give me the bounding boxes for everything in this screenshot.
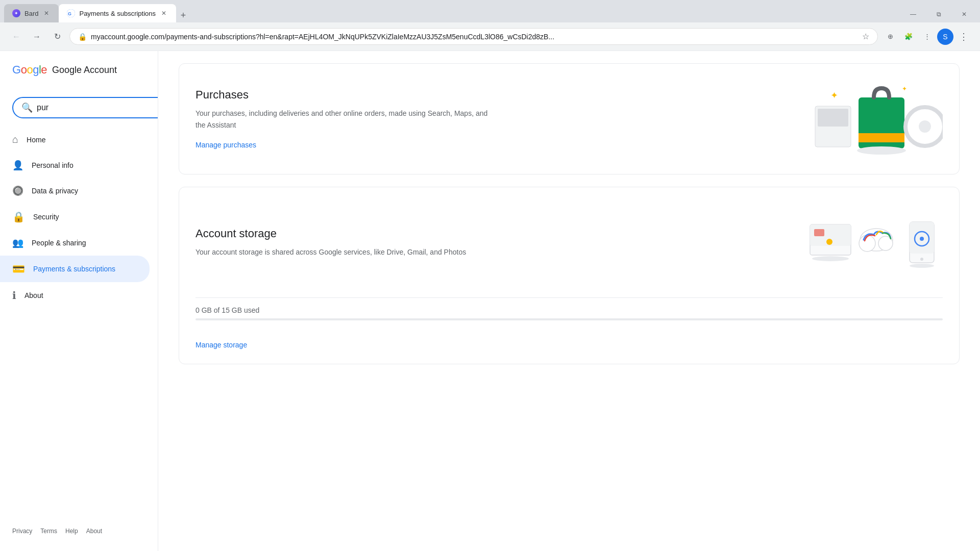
- sidebar-item-personal-info[interactable]: 👤 Personal info: [0, 153, 150, 178]
- manage-storage-link[interactable]: Manage storage: [195, 341, 247, 349]
- svg-rect-6: [818, 109, 848, 127]
- storage-svg: [800, 202, 943, 283]
- new-tab-button[interactable]: +: [176, 8, 190, 22]
- storage-card-inner: Account storage Your account storage is …: [179, 187, 959, 297]
- google-logo: Google: [12, 63, 47, 77]
- sidebar-item-people-sharing[interactable]: 👥 People & sharing: [0, 230, 150, 256]
- sidebar-footer: Privacy Terms Help About: [0, 519, 158, 543]
- svg-point-25: [910, 264, 934, 268]
- manage-purchases-link[interactable]: Manage purchases: [195, 141, 256, 149]
- nav-actions: ⊕ 🧩 ⋮ S ⋮: [882, 29, 972, 45]
- storage-card: Account storage Your account storage is …: [179, 187, 960, 364]
- sidebar-security-label: Security: [33, 213, 59, 221]
- purchases-card-text: Purchases Your purchases, including deli…: [195, 88, 800, 149]
- footer-about-link[interactable]: About: [86, 528, 102, 535]
- footer-help-link[interactable]: Help: [65, 528, 78, 535]
- bookmark-icon: ☆: [862, 32, 869, 41]
- svg-rect-8: [859, 133, 904, 142]
- svg-point-11: [857, 146, 906, 155]
- address-text: myaccount.google.com/payments-and-subscr…: [91, 33, 858, 41]
- about-icon: ℹ: [12, 289, 16, 302]
- svg-point-15: [826, 239, 832, 245]
- extensions-icon[interactable]: 🧩: [900, 29, 917, 45]
- account-circle-icon[interactable]: ⊕: [882, 29, 898, 45]
- svg-point-17: [859, 235, 875, 252]
- storage-card-title: Account storage: [195, 227, 800, 240]
- sidebar-personal-info-label: Personal info: [32, 161, 74, 169]
- sidebar-people-sharing-label: People & sharing: [32, 239, 86, 247]
- manage-storage-wrapper: Manage storage: [179, 331, 959, 364]
- storage-usage-text: 0 GB of 15 GB used: [179, 298, 959, 331]
- forward-button[interactable]: →: [29, 29, 45, 45]
- close-button[interactable]: ✕: [952, 6, 976, 22]
- tab-payments[interactable]: G Payments & subscriptions ✕: [59, 4, 176, 22]
- google-favicon: G: [67, 9, 75, 17]
- svg-text:✦: ✦: [902, 85, 907, 92]
- svg-point-10: [919, 120, 931, 133]
- storage-card-desc: Your account storage is shared across Go…: [195, 246, 492, 258]
- storage-card-text: Account storage Your account storage is …: [195, 227, 800, 258]
- sidebar-item-data-privacy[interactable]: 🔘 Data & privacy: [0, 178, 150, 204]
- tab-bard[interactable]: ✦ Bard ✕: [4, 4, 59, 22]
- sidebar-logo: Google Google Account: [0, 59, 158, 89]
- tab-bar: ✦ Bard ✕ G Payments & subscriptions ✕ + …: [0, 0, 980, 22]
- minimize-button[interactable]: —: [901, 6, 925, 22]
- sidebar-item-payments[interactable]: 💳 Payments & subscriptions: [0, 256, 150, 282]
- sidebar: Google Google Account 🔍 ✕ ⌂ Home 👤 Perso…: [0, 51, 158, 551]
- svg-point-21: [920, 258, 923, 261]
- app-layout: Google Google Account 🔍 ✕ ⌂ Home 👤 Perso…: [0, 51, 980, 551]
- tab-bard-close[interactable]: ✕: [42, 9, 51, 17]
- footer-privacy-link[interactable]: Privacy: [12, 528, 32, 535]
- svg-point-23: [920, 237, 924, 241]
- search-box[interactable]: 🔍 ✕: [12, 97, 158, 118]
- sidebar-account-title: Google Account: [52, 65, 117, 76]
- search-icon: 🔍: [21, 102, 33, 113]
- sidebar-about-label: About: [24, 291, 43, 299]
- people-sharing-icon: 👥: [12, 237, 23, 248]
- personal-info-icon: 👤: [12, 160, 23, 171]
- svg-text:G: G: [68, 11, 71, 16]
- address-bar[interactable]: 🔒 myaccount.google.com/payments-and-subs…: [69, 28, 878, 45]
- sidebar-payments-label: Payments & subscriptions: [33, 265, 115, 273]
- search-input[interactable]: [37, 103, 158, 112]
- window-controls: — ⧉ ✕: [901, 6, 980, 22]
- svg-point-24: [812, 256, 849, 261]
- more-menu-button[interactable]: ⋮: [955, 29, 972, 45]
- svg-text:✦: ✦: [830, 90, 838, 101]
- purchases-card-desc: Your purchases, including deliveries and…: [195, 108, 492, 131]
- browser-chrome: ✦ Bard ✕ G Payments & subscriptions ✕ + …: [0, 0, 980, 51]
- sidebar-home-label: Home: [27, 136, 45, 144]
- sidebar-item-security[interactable]: 🔒 Security: [0, 204, 150, 230]
- purchases-illustration: ✦ ✦ ✦: [800, 78, 943, 160]
- purchases-card-title: Purchases: [195, 88, 800, 102]
- sidebar-data-privacy-label: Data & privacy: [32, 187, 78, 195]
- user-avatar[interactable]: S: [937, 29, 953, 45]
- back-button[interactable]: ←: [8, 29, 24, 45]
- purchases-card-inner: Purchases Your purchases, including deli…: [179, 64, 959, 174]
- nav-bar: ← → ↻ 🔒 myaccount.google.com/payments-an…: [0, 22, 980, 51]
- svg-rect-14: [814, 229, 824, 236]
- profile-icon[interactable]: ⋮: [919, 29, 935, 45]
- sidebar-item-home[interactable]: ⌂ Home: [0, 127, 150, 153]
- main-content: Purchases Your purchases, including deli…: [158, 51, 980, 551]
- data-privacy-icon: 🔘: [12, 185, 23, 196]
- storage-bar: [195, 318, 943, 320]
- search-area: 🔍 ✕: [0, 89, 158, 127]
- bard-favicon: ✦: [12, 9, 20, 17]
- purchases-card: Purchases Your purchases, including deli…: [179, 63, 960, 174]
- purchases-svg: ✦ ✦ ✦: [800, 78, 943, 160]
- tab-payments-label: Payments & subscriptions: [79, 10, 156, 17]
- reload-button[interactable]: ↻: [49, 29, 65, 45]
- home-icon: ⌂: [12, 134, 18, 145]
- payments-icon: 💳: [12, 263, 25, 275]
- storage-illustration: [800, 202, 943, 283]
- security-icon: 🔒: [12, 211, 25, 223]
- maximize-button[interactable]: ⧉: [927, 6, 950, 22]
- footer-terms-link[interactable]: Terms: [40, 528, 57, 535]
- tab-bard-label: Bard: [24, 10, 38, 17]
- sidebar-item-about[interactable]: ℹ About: [0, 282, 150, 309]
- lock-icon: 🔒: [78, 33, 87, 41]
- tab-payments-close[interactable]: ✕: [160, 9, 168, 17]
